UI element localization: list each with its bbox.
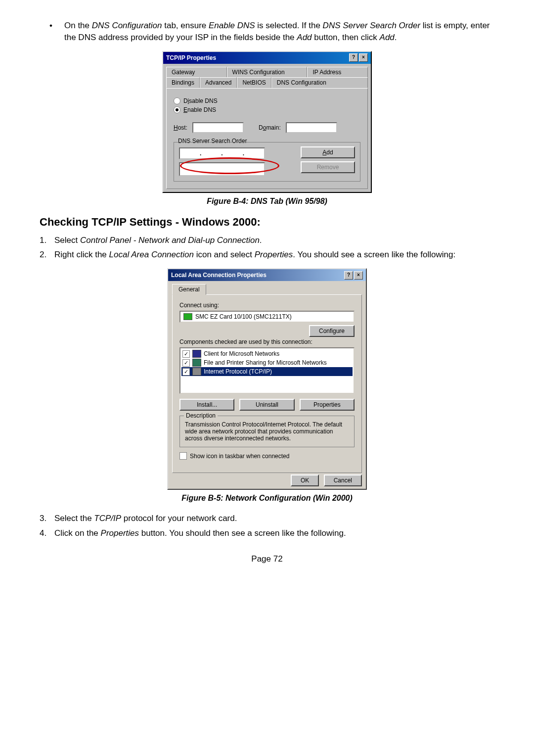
radio-icon bbox=[174, 97, 180, 104]
description-group: Description Transmission Control Protoco… bbox=[179, 416, 355, 447]
dialog-titlebar: TCP/IP Properties ? × bbox=[163, 52, 371, 64]
components-list[interactable]: ✓ Client for Microsoft Networks ✓ File a… bbox=[179, 347, 355, 394]
description-label: Description bbox=[184, 412, 218, 419]
dialog-title: Local Area Connection Properties bbox=[171, 272, 267, 279]
close-icon[interactable]: × bbox=[359, 53, 368, 62]
uninstall-button[interactable]: Uninstall bbox=[239, 399, 294, 411]
host-label: Host: bbox=[174, 124, 187, 131]
components-label: Components checked are used by this conn… bbox=[179, 338, 355, 345]
figure-caption-1: Figure B-4: DNS Tab (Win 95/98) bbox=[40, 197, 494, 206]
lan-properties-dialog: Local Area Connection Properties ? × Gen… bbox=[167, 268, 367, 490]
dialog-title: TCP/IP Properties bbox=[166, 54, 216, 61]
tab-general[interactable]: General bbox=[172, 284, 206, 295]
configure-button[interactable]: Configure bbox=[309, 325, 355, 337]
nic-icon bbox=[183, 313, 192, 320]
tab-gateway[interactable]: Gateway bbox=[166, 67, 227, 78]
tab-bindings[interactable]: Bindings bbox=[166, 77, 200, 88]
step-2: 2. Right click the Local Area Connection… bbox=[40, 249, 494, 261]
show-icon-checkbox[interactable]: Show icon in taskbar when connected bbox=[179, 452, 355, 460]
domain-input[interactable] bbox=[286, 122, 337, 133]
tab-body: Disable DNS Enable DNS Host: Domain: DNS… bbox=[166, 88, 368, 189]
cancel-button[interactable]: Cancel bbox=[324, 474, 362, 486]
tab-wins[interactable]: WINS Configuration bbox=[227, 67, 308, 78]
step-4: 4. Click on the Properties button. You s… bbox=[40, 527, 494, 539]
share-icon bbox=[192, 359, 201, 367]
nic-name: SMC EZ Card 10/100 (SMC1211TX) bbox=[195, 313, 292, 320]
tcpip-properties-dialog: TCP/IP Properties ? × Gateway WINS Confi… bbox=[162, 51, 372, 193]
intro-text: On the DNS Configuration tab, ensure Ena… bbox=[64, 20, 494, 44]
nic-field: SMC EZ Card 10/100 (SMC1211TX) bbox=[179, 311, 355, 323]
tab-ipaddress[interactable]: IP Address bbox=[307, 67, 368, 78]
checkbox-icon[interactable]: ✓ bbox=[182, 350, 190, 358]
step-3: 3. Select the TCP/IP protocol for your n… bbox=[40, 513, 494, 524]
checkbox-icon[interactable] bbox=[179, 452, 187, 460]
close-icon[interactable]: × bbox=[354, 271, 363, 280]
add-button[interactable]: Add bbox=[301, 146, 355, 158]
radio-enable-dns[interactable]: Enable DNS bbox=[174, 106, 360, 113]
help-icon[interactable]: ? bbox=[344, 271, 353, 280]
domain-label: Domain: bbox=[259, 124, 281, 131]
tab-row-back: Gateway WINS Configuration IP Address bbox=[166, 67, 368, 78]
tab-advanced[interactable]: Advanced bbox=[200, 77, 237, 88]
radio-disable-dns[interactable]: Disable DNS bbox=[174, 97, 360, 104]
radio-icon bbox=[174, 106, 180, 113]
dns-list[interactable] bbox=[179, 162, 265, 176]
remove-button: Remove bbox=[301, 161, 355, 173]
connect-using-label: Connect using: bbox=[179, 302, 355, 309]
protocol-icon bbox=[192, 368, 201, 376]
page-number: Page 72 bbox=[40, 554, 494, 564]
ok-button[interactable]: OK bbox=[291, 474, 319, 486]
intro-bullet: • On the DNS Configuration tab, ensure E… bbox=[40, 20, 494, 44]
properties-button[interactable]: Properties bbox=[300, 399, 355, 411]
component-fileprint[interactable]: ✓ File and Printer Sharing for Microsoft… bbox=[181, 358, 353, 367]
host-input[interactable] bbox=[192, 122, 244, 133]
figure-caption-2: Figure B-5: Network Configuration (Win 2… bbox=[40, 494, 494, 503]
description-text: Transmission Control Protocol/Internet P… bbox=[185, 421, 349, 442]
checkbox-icon[interactable]: ✓ bbox=[182, 368, 190, 376]
tab-row-front: Bindings Advanced NetBIOS DNS Configurat… bbox=[166, 77, 368, 88]
tab-dns-configuration[interactable]: DNS Configuration bbox=[271, 77, 368, 88]
step-1: 1. Select Control Panel - Network and Di… bbox=[40, 235, 494, 246]
dns-ip-input[interactable]: ... bbox=[179, 147, 265, 159]
dialog-titlebar: Local Area Connection Properties ? × bbox=[168, 269, 366, 281]
component-client[interactable]: ✓ Client for Microsoft Networks bbox=[181, 349, 353, 358]
section-heading: Checking TCP/IP Settings - Windows 2000: bbox=[40, 216, 494, 229]
install-button[interactable]: Install... bbox=[179, 399, 234, 411]
tab-body: Connect using: SMC EZ Card 10/100 (SMC12… bbox=[172, 294, 362, 473]
tab-netbios[interactable]: NetBIOS bbox=[237, 77, 271, 88]
bullet-marker: • bbox=[40, 20, 64, 44]
component-tcpip[interactable]: ✓ Internet Protocol (TCP/IP) bbox=[181, 367, 353, 376]
help-icon[interactable]: ? bbox=[349, 53, 358, 62]
dns-search-order-group: DNS Server Search Order ... Add Remove bbox=[174, 142, 360, 182]
checkbox-icon[interactable]: ✓ bbox=[182, 359, 190, 367]
client-icon bbox=[192, 350, 201, 358]
